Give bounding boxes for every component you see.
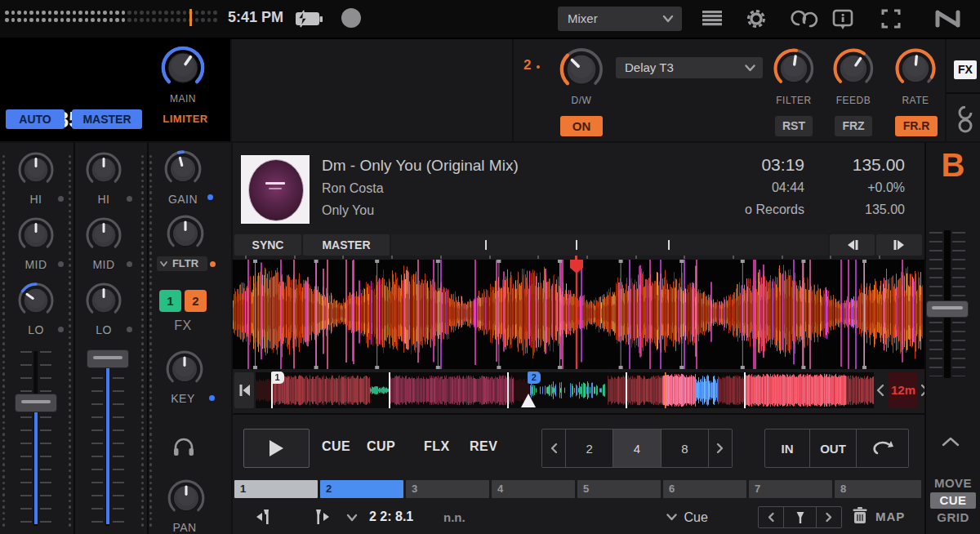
fx-slot2-button[interactable]: FRZ [835, 116, 872, 136]
loop-size-smaller[interactable] [542, 429, 566, 467]
prev-cue-button[interactable] [255, 508, 276, 526]
channel-fader-b[interactable] [87, 349, 129, 368]
hotcue-pad-5[interactable]: 5 [577, 480, 661, 498]
fx-filter-knob[interactable] [772, 47, 816, 91]
fx-effect-select[interactable]: Delay T3 [616, 57, 763, 78]
deck-master-button[interactable]: MASTER [303, 234, 390, 256]
master-panel: 135.00 AUTO MASTER MAIN LIMITER [0, 39, 230, 141]
deck-rail: B MOVE CUE GRID [924, 143, 980, 534]
preferences-gear-icon[interactable] [745, 7, 768, 30]
next-stored-cue-button[interactable] [817, 507, 841, 527]
fx-drywet-knob[interactable] [558, 46, 605, 93]
eq-lo-knob-a[interactable] [16, 281, 56, 320]
channel-fader-a[interactable] [15, 394, 57, 412]
store-cue-button[interactable] [784, 507, 817, 527]
view-layout-select[interactable]: Mixer [558, 7, 682, 31]
loop-in-button[interactable]: IN [765, 429, 810, 467]
record-button[interactable] [341, 8, 361, 28]
fx-effect-value: Delay T3 [625, 57, 674, 78]
stripe-scroll-left[interactable] [875, 372, 887, 408]
tempo-fader[interactable] [926, 300, 969, 318]
cue-type-select[interactable]: Cue [666, 510, 708, 525]
map-button[interactable]: MAP [875, 510, 905, 523]
hotcue-pad-2[interactable]: 2 [320, 480, 403, 498]
waveform-display[interactable] [233, 260, 924, 369]
hotcue-pad-7[interactable]: 7 [749, 480, 832, 498]
next-cue-button[interactable] [310, 508, 331, 526]
time-elapsed: 03:19 [694, 155, 804, 175]
eq-mid-knob-b[interactable] [84, 216, 123, 255]
eq-hi-led-b [127, 196, 132, 202]
cup-button[interactable]: CUP [367, 439, 395, 454]
loop-size-larger[interactable] [709, 429, 732, 467]
cue-button[interactable]: CUE [322, 439, 350, 454]
hotcue-pad-8[interactable]: 8 [835, 480, 921, 498]
divider [947, 92, 980, 94]
fx-slot3-label: RATE [893, 95, 938, 106]
pan-label: PAN [162, 521, 207, 534]
hotcue-pad-4[interactable]: 4 [492, 480, 575, 498]
hotcue-pad-3[interactable]: 3 [406, 480, 489, 498]
grid-panel-icon[interactable] [955, 106, 976, 134]
stripe-overview[interactable] [256, 372, 874, 408]
eq-mid-knob-a[interactable] [16, 216, 56, 255]
key-knob[interactable] [164, 349, 205, 389]
beat-counter-expand[interactable] [346, 514, 358, 522]
filter-label: FLTR [172, 257, 198, 269]
fx-panel-badge[interactable]: FX [954, 60, 977, 79]
cue-flag-icon [795, 510, 806, 524]
headphone-cue-icon[interactable] [172, 436, 195, 457]
chevron-right-icon [825, 512, 833, 523]
flx-button[interactable]: FLX [424, 439, 450, 454]
gain-knob[interactable] [163, 149, 203, 189]
loop-size-selector: 2 4 8 [541, 429, 733, 468]
master-clock-button[interactable]: MASTER [72, 109, 142, 129]
fx-rate-knob[interactable] [893, 47, 938, 91]
stripe-cue-2[interactable]: 2 [528, 372, 541, 384]
play-button[interactable] [243, 429, 310, 468]
filter-knob[interactable] [165, 213, 206, 254]
auto-button[interactable]: AUTO [6, 109, 65, 129]
eq-lo-knob-b[interactable] [84, 281, 123, 320]
tab-move[interactable]: MOVE [926, 476, 980, 490]
loop-out-button[interactable]: OUT [810, 429, 857, 467]
loop-size-4-active[interactable]: 4 [613, 429, 661, 467]
rev-button[interactable]: REV [470, 439, 497, 454]
loop-active-button[interactable] [857, 429, 908, 467]
hotcue-pad-1[interactable]: 1 [234, 480, 318, 498]
main-volume-knob[interactable] [159, 44, 207, 91]
tab-cue-active[interactable]: CUE [930, 492, 976, 509]
fx1-assign-button[interactable]: 1 [159, 290, 181, 312]
eq-hi-knob-b[interactable] [84, 150, 123, 189]
record-label: o Records [694, 202, 804, 217]
tab-grid[interactable]: GRID [926, 510, 980, 524]
beatjump-forward-button[interactable] [876, 234, 922, 256]
tempo-offset: +0.0% [817, 180, 905, 195]
fx2-assign-button[interactable]: 2 [185, 290, 207, 312]
prev-cue-icon [255, 508, 276, 526]
sync-button[interactable]: SYNC [234, 234, 301, 256]
fx-feedback-knob[interactable] [831, 47, 875, 91]
chevron-left-icon [550, 443, 558, 454]
tooltips-icon[interactable] [831, 8, 854, 31]
filter-mode-select[interactable]: FLTR [157, 256, 207, 271]
beatjump-back-button[interactable] [830, 234, 875, 256]
fx-slot3-button[interactable]: FR.R [895, 116, 938, 136]
prev-stored-cue-button[interactable] [759, 507, 784, 527]
cruise-icon[interactable] [787, 9, 818, 29]
browser-icon[interactable] [701, 8, 724, 29]
fullscreen-icon[interactable] [880, 8, 902, 29]
fx-assign-label: FX [160, 318, 206, 333]
skip-to-start-button[interactable] [234, 372, 254, 408]
fx-on-button[interactable]: ON [560, 116, 603, 136]
loop-size-2[interactable]: 2 [566, 429, 613, 467]
eq-hi-knob-a[interactable] [16, 150, 56, 189]
stripe-cue-1[interactable]: 1 [271, 372, 284, 384]
delete-cue-button[interactable] [852, 506, 868, 526]
loop-size-8[interactable]: 8 [662, 429, 709, 467]
hotcue-pad-6[interactable]: 6 [663, 480, 746, 498]
key-display: n.n. [443, 510, 466, 524]
advanced-panel-toggle[interactable] [940, 435, 961, 448]
fx-slot1-button[interactable]: RST [775, 116, 813, 136]
pan-knob[interactable] [166, 478, 207, 518]
